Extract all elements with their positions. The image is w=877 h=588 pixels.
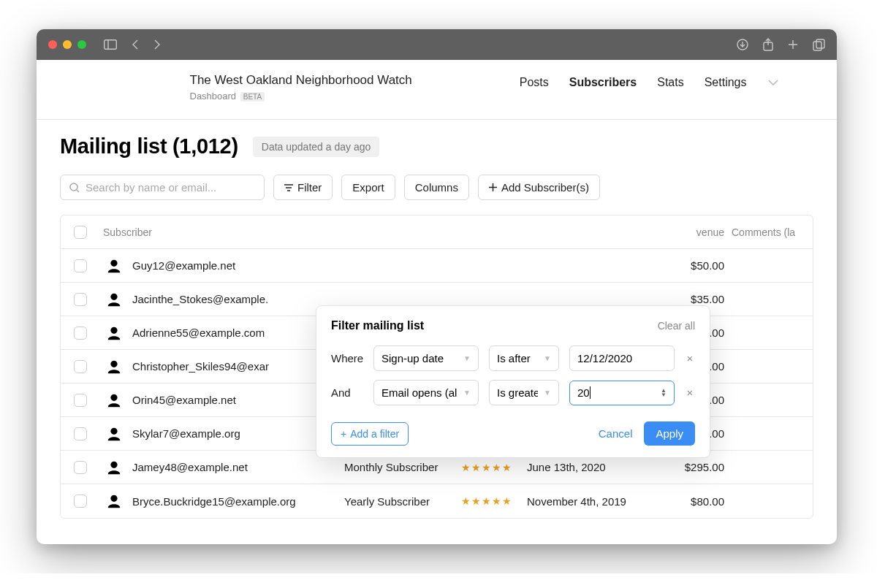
subscriber-email: Christopher_Skiles94@exar [132,360,269,373]
share-icon[interactable] [763,38,773,51]
row-checkbox[interactable] [74,427,87,440]
minimize-window-icon[interactable] [63,40,72,49]
nav-subscribers[interactable]: Subscribers [569,76,637,89]
row-checkbox[interactable] [74,259,87,272]
filter-title: Filter mailing list [331,319,424,332]
subscriber-cell: Bryce.Buckridge15@example.org [103,493,344,509]
row-checkbox[interactable] [74,495,87,508]
subscriber-email: Orin45@example.net [132,394,236,406]
row-checkbox[interactable] [74,293,87,306]
svg-point-22 [110,427,117,434]
columns-button[interactable]: Columns [404,175,469,200]
page-title: Mailing list (1,012) [60,134,238,159]
search-input[interactable]: Search by name or email... [60,175,265,200]
add-filter-button[interactable]: + Add a filter [331,422,409,446]
avatar-icon [106,459,122,476]
subscriber-cell: Adrienne55@example.com [103,325,344,341]
avatar-icon [106,325,122,341]
svg-point-18 [110,293,117,299]
subscriber-email: Jacinthe_Stokes@example. [132,293,268,305]
avatar-icon [106,426,122,442]
nav-forward-icon[interactable] [153,39,161,50]
chevron-down-icon: ▼ [544,354,551,362]
beta-badge: BETA [240,92,265,102]
cancel-button[interactable]: Cancel [599,427,633,440]
new-tab-icon[interactable] [788,39,798,50]
close-window-icon[interactable] [48,40,57,49]
svg-rect-8 [813,42,821,50]
rating-cell: ★★★★★ [461,462,527,473]
subscriber-email: Bryce.Buckridge15@example.org [132,495,296,508]
col-comments[interactable]: Comments (la [732,226,812,238]
subscriber-cell: Orin45@example.net [103,392,344,408]
nav-posts[interactable]: Posts [520,76,549,89]
filter-field-select[interactable]: Email opens (all-ti▼ [373,380,479,405]
download-icon[interactable] [737,39,748,50]
titlebar [37,29,837,60]
filter-conjunction: And [331,386,363,399]
row-checkbox[interactable] [74,461,87,474]
search-placeholder: Search by name or email... [86,181,216,194]
revenue-cell: $35.00 [658,293,732,305]
avatar-icon [106,291,122,308]
row-checkbox[interactable] [74,394,87,407]
filter-popover: Filter mailing list Clear all WhereSign-… [316,305,710,458]
plus-icon [489,183,497,191]
stepper-icon[interactable]: ▲▼ [661,389,667,397]
col-subscriber[interactable]: Subscriber [103,226,344,238]
plan-cell: Monthly Subscriber [344,461,461,473]
chevron-down-icon: ▼ [544,389,551,397]
filter-row: AndEmail opens (all-ti▼Is greater ▼20▲▼× [331,380,695,405]
revenue-cell: $295.00 [658,461,732,473]
subscriber-cell: Christopher_Skiles94@exar [103,359,344,375]
filter-field-select[interactable]: Sign-up date▼ [373,345,479,371]
nav-settings[interactable]: Settings [705,76,747,89]
svg-point-23 [110,461,117,467]
col-revenue[interactable]: venue [658,226,732,238]
select-all-checkbox[interactable] [74,226,87,239]
revenue-cell: $80.00 [658,495,732,508]
toolbar: Search by name or email... Filter Export… [60,175,813,200]
site-name: The West Oakland Neighborhood Watch [190,73,412,88]
avatar-icon [106,359,122,375]
subscriber-cell: Guy12@example.net [103,258,344,274]
clear-all-button[interactable]: Clear all [658,320,695,332]
revenue-cell: $50.00 [658,259,732,272]
site-header: The West Oakland Neighborhood Watch Dash… [37,60,837,120]
export-button[interactable]: Export [341,175,395,200]
table-row[interactable]: Bryce.Buckridge15@example.orgYearly Subs… [61,484,813,518]
filter-row: WhereSign-up date▼Is after▼12/12/2020× [331,345,695,371]
filter-operator-select[interactable]: Is greater ▼ [489,380,559,405]
maximize-window-icon[interactable] [77,40,86,49]
dashboard-label: Dashboard [190,91,237,102]
content: Mailing list (1,012) Data updated a day … [37,120,837,544]
remove-filter-icon[interactable]: × [685,386,695,399]
nav-more-icon[interactable] [767,76,779,89]
copy-icon[interactable] [813,39,825,51]
remove-filter-icon[interactable]: × [685,352,695,364]
filter-value-input[interactable]: 20▲▼ [569,381,675,405]
apply-button[interactable]: Apply [644,421,695,446]
avatar-icon [106,258,122,274]
add-subscriber-button[interactable]: Add Subscriber(s) [478,175,600,200]
filter-operator-select[interactable]: Is after▼ [489,345,559,371]
row-checkbox[interactable] [74,327,87,340]
filter-value-input[interactable]: 12/12/2020 [569,345,675,371]
sidebar-toggle-icon[interactable] [104,39,117,50]
nav-back-icon[interactable] [132,39,139,50]
subscriber-email: Adrienne55@example.com [132,327,265,339]
avatar-icon [106,392,122,408]
nav-stats[interactable]: Stats [657,76,683,89]
subscriber-cell: Jacinthe_Stokes@example. [103,291,344,308]
table-header: Subscriber venue Comments (la [61,215,813,249]
traffic-lights [48,40,86,49]
row-checkbox[interactable] [74,360,87,373]
table-row[interactable]: Guy12@example.net$50.00 [61,249,813,283]
svg-point-21 [110,394,117,400]
subscriber-email: Guy12@example.net [132,259,235,272]
svg-rect-0 [105,40,117,50]
svg-line-11 [77,190,79,192]
filter-button[interactable]: Filter [273,175,333,200]
subscriber-email: Jamey48@example.net [132,461,248,473]
app-window: The West Oakland Neighborhood Watch Dash… [37,29,837,544]
